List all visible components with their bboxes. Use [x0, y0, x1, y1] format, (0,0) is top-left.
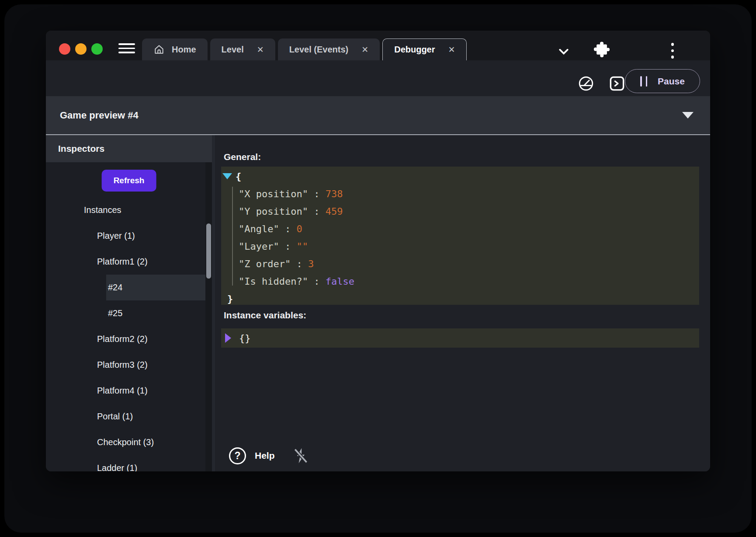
extensions-puzzle-icon[interactable]: [593, 42, 610, 58]
tree-item-portal-1[interactable]: Portal (1): [46, 404, 205, 429]
pause-button[interactable]: Pause: [625, 69, 700, 93]
property-colon: :: [291, 258, 308, 269]
property-value: 459: [326, 206, 343, 217]
close-window-button[interactable]: [59, 43, 70, 55]
tree-item-instances[interactable]: Instances: [46, 197, 205, 223]
game-preview-header[interactable]: Game preview #4: [46, 96, 710, 135]
sidebar-scrollbar-track: [205, 162, 212, 471]
property-colon: :: [308, 206, 326, 217]
help-label: Help: [255, 450, 275, 461]
tree-item-platform1-2[interactable]: Platform1 (2): [46, 249, 205, 275]
tree-item-label: Platform1 (2): [97, 257, 148, 267]
property-value: false: [326, 276, 354, 287]
instance-variables-view: {}: [221, 328, 699, 348]
tree-item-platform2-2[interactable]: Platform2 (2): [46, 326, 205, 352]
tree-item-label: Platform3 (2): [97, 360, 148, 370]
instance-variables-label: Instance variables:: [224, 310, 306, 321]
title-bar: Home Level ✕ Level (Events) ✕ Debugger ✕: [46, 31, 710, 60]
tree-item-checkpoint-3[interactable]: Checkpoint (3): [46, 429, 205, 455]
kebab-menu-icon[interactable]: [671, 43, 674, 59]
question-mark-icon: ?: [229, 447, 246, 464]
tree-item-label: Portal (1): [97, 411, 133, 422]
footer-actions: ? Help: [229, 446, 310, 465]
pause-icon: [640, 76, 647, 87]
home-icon: [153, 44, 165, 55]
indent-guide: [232, 187, 233, 286]
debugger-content: Inspectors Refresh InstancesPlayer (1)Pl…: [46, 135, 710, 471]
property-key: "Angle": [239, 223, 279, 234]
tab-bar: Home Level ✕ Level (Events) ✕ Debugger ✕: [142, 38, 467, 60]
tree-item-platform3-2[interactable]: Platform3 (2): [46, 352, 205, 378]
tab-home[interactable]: Home: [142, 38, 208, 60]
instance-variables-value: {}: [239, 333, 251, 344]
collapse-triangle-icon: [682, 112, 694, 119]
property-colon: :: [308, 276, 326, 287]
property-row: "Angle" : 0: [221, 220, 699, 237]
close-brace: }: [227, 293, 233, 304]
maximize-window-button[interactable]: [91, 43, 103, 55]
property-key: "Z order": [239, 258, 291, 269]
inspectors-sidebar: Inspectors Refresh InstancesPlayer (1)Pl…: [46, 135, 212, 471]
tab-label: Level: [222, 45, 244, 55]
window-controls: [59, 43, 103, 55]
close-tab-icon[interactable]: ✕: [257, 45, 264, 54]
tab-level-events[interactable]: Level (Events) ✕: [278, 38, 380, 60]
minimize-window-button[interactable]: [75, 43, 87, 55]
menu-icon[interactable]: [118, 43, 135, 53]
tree-item-label: Instances: [84, 205, 121, 215]
flash-off-icon[interactable]: [291, 446, 310, 465]
property-row: "Is hidden?" : false: [221, 272, 699, 290]
chevron-down-icon[interactable]: [557, 45, 570, 58]
close-tab-icon[interactable]: ✕: [361, 45, 368, 54]
tab-label: Debugger: [394, 45, 435, 55]
console-icon[interactable]: [610, 76, 624, 91]
tree-item-25[interactable]: #25: [46, 300, 205, 326]
general-json-view: { "X position" : 738"Y position" : 459"A…: [221, 167, 699, 305]
pause-label: Pause: [658, 76, 685, 87]
expand-closed-triangle-icon[interactable]: [225, 333, 231, 343]
tree-item-platform4-1[interactable]: Platform4 (1): [46, 378, 205, 404]
game-preview-title: Game preview #4: [60, 110, 139, 121]
property-key: "Layer": [239, 241, 279, 252]
property-colon: :: [279, 223, 297, 234]
property-value: 3: [308, 258, 314, 269]
property-row: "X position" : 738: [221, 185, 699, 202]
property-key: "X position": [239, 188, 308, 199]
property-key: "Y position": [239, 206, 308, 217]
property-row: "Z order" : 3: [221, 255, 699, 272]
instances-tree: InstancesPlayer (1)Platform1 (2)#24#25Pl…: [46, 197, 205, 471]
panel-divider: [212, 135, 215, 471]
refresh-button[interactable]: Refresh: [102, 170, 156, 192]
tree-item-label: Platform2 (2): [97, 334, 148, 344]
open-brace: {: [236, 171, 241, 182]
tree-item-24[interactable]: #24: [46, 275, 205, 300]
titlebar-actions: [527, 31, 710, 60]
property-key: "Is hidden?": [239, 276, 308, 287]
debugger-toolbar: Pause: [46, 60, 710, 96]
tree-item-label: #25: [108, 308, 122, 318]
close-tab-icon[interactable]: ✕: [448, 45, 455, 54]
property-row: "Layer" : "": [221, 237, 699, 255]
sidebar-scrollbar-thumb[interactable]: [206, 223, 211, 279]
property-colon: :: [308, 188, 326, 199]
tree-item-label: Platform4 (1): [97, 386, 148, 396]
tree-item-player-1[interactable]: Player (1): [46, 223, 205, 249]
help-button[interactable]: ? Help: [229, 447, 275, 464]
tab-debugger[interactable]: Debugger ✕: [382, 38, 467, 60]
tree-item-label: Ladder (1): [97, 463, 137, 471]
tab-level[interactable]: Level ✕: [210, 38, 275, 60]
profiler-gauge-icon[interactable]: [579, 76, 593, 91]
json-root-row: {: [221, 167, 699, 185]
tab-label: Home: [172, 45, 196, 55]
sidebar-body: Refresh InstancesPlayer (1)Platform1 (2)…: [46, 162, 212, 471]
json-properties: "X position" : 738"Y position" : 459"Ang…: [221, 185, 699, 290]
expand-open-triangle-icon[interactable]: [222, 173, 232, 179]
tree-item-ladder-1[interactable]: Ladder (1): [46, 455, 205, 471]
property-value: 738: [326, 188, 343, 199]
tree-item-label: Player (1): [97, 231, 135, 241]
general-label: General:: [224, 152, 261, 162]
tree-item-label: #24: [108, 282, 122, 293]
inspector-detail-panel: General: { "X position" : 738"Y position…: [215, 135, 710, 471]
sidebar-title: Inspectors: [46, 135, 212, 162]
property-row: "Y position" : 459: [221, 202, 699, 220]
